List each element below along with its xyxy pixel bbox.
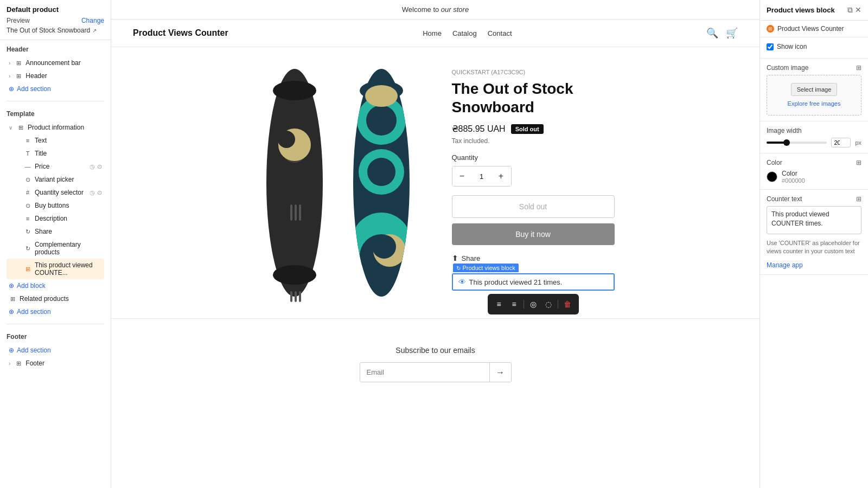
right-panel-title: Product views block: [767, 6, 835, 14]
add-block-btn[interactable]: ⊕ Add block: [7, 279, 104, 292]
qty-hide-icon[interactable]: ◷: [90, 189, 95, 196]
sidebar-section-template: Template ∨ ⊞ Product information ≡ Text …: [0, 105, 111, 320]
product-link-row[interactable]: The Out of Stock Snowboard ↗: [7, 27, 104, 34]
nav-catalog[interactable]: Catalog: [452, 29, 477, 37]
desc-icon: ≡: [24, 215, 31, 222]
svg-point-12: [278, 131, 295, 148]
price-hide-icon[interactable]: ◷: [90, 163, 95, 170]
subscribe-title: Subscribe to our emails: [122, 346, 749, 355]
counter-text-input[interactable]: This product viewed COUNTER times.: [767, 206, 861, 234]
sidebar-item-related[interactable]: ⊞ Related products: [7, 292, 104, 305]
sidebar-item-header[interactable]: › ⊞ Header: [7, 69, 104, 82]
quantity-decrease-btn[interactable]: −: [452, 166, 472, 186]
subscribe-section: Subscribe to our emails →: [111, 318, 760, 404]
show-icon-label[interactable]: Show icon: [777, 43, 807, 50]
nav-home[interactable]: Home: [423, 29, 442, 37]
share-icon2: ⬆: [452, 254, 458, 262]
sub-title: Product Views Counter: [777, 25, 844, 33]
subscribe-submit-btn[interactable]: →: [489, 363, 511, 382]
footer-section-title: Footer: [7, 333, 104, 341]
counter-text-section: Counter text ⊞ This product viewed COUNT…: [760, 190, 868, 275]
change-link[interactable]: Change: [81, 17, 104, 24]
quantity-actions: ◷ ⊙: [90, 189, 102, 196]
related-icon: ⊞: [9, 295, 16, 303]
sold-out-button[interactable]: Sold out: [452, 195, 615, 218]
footer-label: Footer: [25, 359, 44, 367]
panel-copy-icon[interactable]: ⧉: [847, 5, 853, 15]
toolbar-divider1: [524, 300, 524, 309]
buy-icon: ⊙: [24, 202, 31, 209]
svg-rect-9: [295, 291, 297, 302]
views-block-icon: ⊞: [24, 265, 31, 273]
sidebar-item-share[interactable]: ↻ Share: [7, 225, 104, 238]
show-icon-checkbox[interactable]: [767, 43, 774, 50]
price-actions: ◷ ⊙: [90, 163, 102, 170]
sidebar-item-announcement[interactable]: › ⊞ Announcement bar: [7, 56, 104, 69]
product-price: ₴885.95 UAH: [452, 124, 506, 134]
color-swatch[interactable]: [767, 171, 777, 182]
toolbar-btn-1[interactable]: ≡: [492, 297, 506, 311]
product-sku: QUICKSTART (A17C3C9C): [452, 69, 615, 75]
add-section-footer1-btn[interactable]: ⊕ Add section: [7, 344, 104, 357]
sidebar-item-price[interactable]: — Price ◷ ⊙: [7, 160, 104, 173]
show-icon-row: Show icon: [767, 43, 861, 50]
product-link-text: The Out of Stock Snowboard: [7, 27, 90, 34]
nav-contact[interactable]: Contact: [488, 29, 512, 37]
sidebar-item-text[interactable]: ≡ Text: [7, 134, 104, 147]
sidebar-item-this-product[interactable]: ⊞ This product viewed COUNTE...: [7, 259, 104, 279]
text-icon: ≡: [24, 137, 31, 144]
share-row: ⬆ Share: [452, 254, 615, 262]
header-icon-row: ⧉ ✕: [847, 5, 861, 15]
add-section-header-btn[interactable]: ⊕ Add section: [7, 82, 104, 95]
external-link-icon: ↗: [92, 28, 97, 34]
custom-image-more-icon[interactable]: ⊞: [856, 64, 861, 72]
sidebar-item-desc[interactable]: ≡ Description: [7, 212, 104, 225]
quantity-increase-btn[interactable]: +: [492, 166, 511, 186]
svg-point-2: [273, 81, 316, 100]
chevron-icon: ›: [9, 60, 10, 66]
counter-text-label: Counter text: [767, 195, 802, 203]
panel-close-icon[interactable]: ✕: [855, 5, 861, 15]
custom-image-box: Select image Explore free images: [767, 75, 861, 115]
sidebar-item-complementary[interactable]: ↻ Complementary products: [7, 238, 104, 259]
sidebar-item-variant[interactable]: ⊙ Variant picker: [7, 173, 104, 186]
search-icon[interactable]: 🔍: [706, 27, 718, 39]
qty-more-icon[interactable]: ⊙: [97, 189, 102, 196]
sidebar-item-footer[interactable]: › ⊞ Footer: [7, 357, 104, 370]
image-width-header: Image width: [767, 127, 861, 134]
toolbar-btn-2[interactable]: ≡: [507, 297, 521, 311]
product-views-block[interactable]: ↻ Product views block 👁 This product vie…: [452, 273, 615, 291]
image-width-slider[interactable]: [767, 142, 827, 144]
divider1: [7, 101, 104, 101]
product-views-content: 👁 This product viewed 21 times.: [453, 274, 614, 290]
svg-point-17: [366, 105, 397, 136]
slider-thumb[interactable]: [783, 139, 790, 146]
left-sidebar: Default product Preview Change The Out o…: [0, 0, 111, 488]
default-product-label: Default product: [7, 5, 104, 14]
top-bar: Welcome to our store: [111, 0, 760, 20]
cart-icon[interactable]: 🛒: [726, 27, 738, 39]
header-icon: ⊞: [15, 72, 22, 80]
variant-icon: ⊙: [24, 176, 31, 183]
add-section-template-btn[interactable]: ⊕ Add section: [7, 305, 104, 318]
sidebar-item-title[interactable]: T Title: [7, 147, 104, 160]
svg-rect-7: [299, 204, 301, 221]
buy-now-button[interactable]: Buy it now: [452, 223, 615, 245]
sidebar-item-buy[interactable]: ⊙ Buy buttons: [7, 199, 104, 212]
add-section-label3: Add section: [17, 346, 51, 354]
image-width-row: px: [767, 138, 861, 147]
sidebar-item-product-info[interactable]: ∨ ⊞ Product information: [7, 121, 104, 134]
toolbar-btn-4[interactable]: ◌: [541, 297, 556, 311]
toolbar-btn-3[interactable]: ◎: [526, 297, 540, 311]
toolbar-delete-btn[interactable]: 🗑: [560, 297, 575, 311]
sidebar-item-quantity[interactable]: # Quantity selector ◷ ⊙: [7, 186, 104, 199]
quantity-icon: #: [24, 189, 31, 196]
image-width-input[interactable]: [831, 138, 851, 147]
store-nav: Home Catalog Contact: [423, 29, 512, 37]
select-image-btn[interactable]: Select image: [791, 83, 838, 96]
price-more-icon[interactable]: ⊙: [97, 163, 102, 170]
email-input[interactable]: [360, 363, 489, 382]
manage-app-link[interactable]: Manage app: [767, 261, 861, 269]
store-logo: Product Views Counter: [133, 28, 228, 38]
explore-free-images-link[interactable]: Explore free images: [788, 100, 841, 107]
